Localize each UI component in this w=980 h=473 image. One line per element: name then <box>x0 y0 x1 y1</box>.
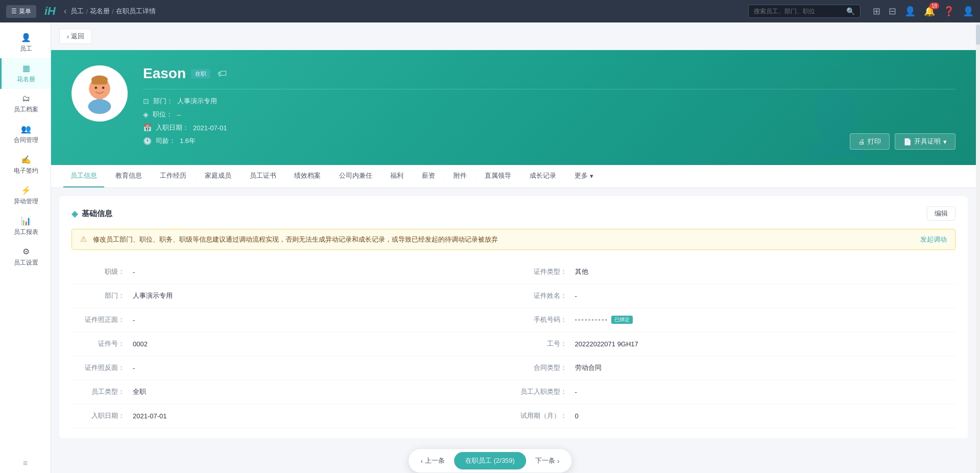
field-id-number: 证件号： 0002 <box>71 332 514 356</box>
profile-divider <box>143 89 955 89</box>
tenure-icon: 🕐 <box>143 137 152 145</box>
qrcode-button[interactable]: ⊞ <box>873 6 880 17</box>
return-button[interactable]: ‹ 返回 <box>59 29 92 44</box>
dept-icon: ⊡ <box>143 97 149 105</box>
basic-info-section: ◈ 基础信息 编辑 ⚠ 修改员工部门、职位、职务、职级等信息建议通过调动流程实现… <box>59 196 968 438</box>
field-cert-name: 证件姓名： - <box>514 284 956 308</box>
breadcrumb-roster[interactable]: 花名册 <box>90 7 110 16</box>
menu-icon: ☰ <box>11 8 17 15</box>
next-label: 下一条 <box>535 456 555 465</box>
tab-work-history[interactable]: 工作经历 <box>153 165 194 187</box>
sidebar-label-report: 员工报表 <box>14 228 38 236</box>
section-title: ◈ 基础信息 <box>71 209 112 219</box>
field-id-back-value: - <box>133 364 135 372</box>
sidebar-item-roster[interactable]: ▦ 花名册 <box>0 58 51 89</box>
search-box[interactable]: 🔍 <box>748 5 861 18</box>
issue-cert-button[interactable]: 📄 开具证明 ▾ <box>895 133 955 150</box>
sidebar-item-contract[interactable]: 👥 合同管理 <box>0 119 51 150</box>
breadcrumb-employees[interactable]: 员工 <box>70 7 84 16</box>
grid-button[interactable]: ⊟ <box>889 6 896 17</box>
sidebar-collapse-button[interactable]: ≡ <box>0 454 51 473</box>
field-dept-value: 人事演示专用 <box>133 291 173 300</box>
breadcrumb-detail[interactable]: 在职员工详情 <box>116 7 156 16</box>
field-rank: 职级： - <box>71 260 514 284</box>
roster-icon: ▦ <box>22 63 30 73</box>
tab-cert[interactable]: 员工证书 <box>243 165 283 187</box>
employee-icon: 👤 <box>21 33 31 42</box>
notice-icon: ⚠ <box>80 234 87 243</box>
sidebar-item-employee[interactable]: 👤 员工 <box>0 28 51 58</box>
tab-concurrent-label: 公司内兼任 <box>339 171 372 180</box>
tab-growth-label: 成长记录 <box>530 171 556 180</box>
sidebar-item-esign[interactable]: ✍ 电子签约 <box>0 150 51 180</box>
tab-attachment-label: 附件 <box>453 171 467 180</box>
print-button[interactable]: 🖨 打印 <box>850 133 890 150</box>
profile-button[interactable]: 👤 <box>963 6 974 17</box>
status-badge: 在职 <box>191 69 210 79</box>
field-cert-type: 证件类型： 其他 <box>514 260 956 284</box>
scrollbar-thumb[interactable] <box>976 25 980 45</box>
sidebar-item-anomaly[interactable]: ⚡ 异动管理 <box>0 180 51 211</box>
notification-button[interactable]: 🔔 18 <box>924 6 935 17</box>
scrollbar-track[interactable] <box>976 22 980 473</box>
tab-sep-6: · <box>329 173 331 180</box>
sidebar-item-report[interactable]: 📊 员工报表 <box>0 211 51 242</box>
profile-position-row: ◈ 职位： -- <box>143 110 955 119</box>
user-button[interactable]: 👤 <box>904 6 916 17</box>
joindate-icon: 📅 <box>143 124 152 132</box>
tab-more[interactable]: 更多 ▾ <box>567 165 601 187</box>
current-employee-info: 在职员工 (2/359) <box>454 452 526 469</box>
search-input[interactable] <box>754 8 843 15</box>
print-label: 打印 <box>868 137 881 146</box>
tab-sep-10: · <box>475 173 477 180</box>
tab-concurrent[interactable]: 公司内兼任 <box>332 165 379 187</box>
edit-button[interactable]: 编辑 <box>927 206 955 221</box>
anomaly-icon: ⚡ <box>21 185 31 195</box>
sidebar-label-settings: 员工设置 <box>14 258 38 267</box>
next-employee-button[interactable]: 下一条 › <box>526 452 568 469</box>
notice-link[interactable]: 发起调动 <box>920 235 947 244</box>
search-icon: 🔍 <box>846 7 855 15</box>
position-label: 职位： <box>153 110 173 119</box>
top-navigation: ☰ 菜单 iH ‹ 员工 / 花名册 / 在职员工详情 🔍 ⊞ ⊟ 👤 🔔 18… <box>0 0 980 22</box>
tenure-label: 司龄： <box>156 136 176 146</box>
tab-education[interactable]: 教育信息 <box>108 165 149 187</box>
prev-employee-button[interactable]: ‹ 上一条 <box>412 452 454 469</box>
tab-leader[interactable]: 直属领导 <box>477 165 518 187</box>
field-rank-value: - <box>133 268 135 276</box>
tab-sep-5: · <box>284 173 286 180</box>
tab-performance[interactable]: 绩效档案 <box>287 165 328 187</box>
field-contract-type-value: 劳动合同 <box>575 363 602 372</box>
tab-family[interactable]: 家庭成员 <box>198 165 238 187</box>
field-cert-name-value: - <box>575 292 577 300</box>
next-icon: › <box>557 457 559 465</box>
joindate-value: 2021-07-01 <box>193 124 227 132</box>
form-left-col: 职级： - 部门： 人事演示专用 证件照正面： - 证件号： 0002 <box>71 260 514 428</box>
sidebar-item-settings[interactable]: ⚙ 员工设置 <box>0 242 51 272</box>
sidebar-label-roster: 花名册 <box>17 75 35 84</box>
tab-attachment[interactable]: 附件 <box>446 165 474 187</box>
dept-value: 人事演示专用 <box>177 97 217 106</box>
sidebar-item-archive[interactable]: 🗂 员工档案 <box>0 89 51 119</box>
tab-basic-info[interactable]: 员工信息 <box>63 165 104 187</box>
field-join-date-label: 入职日期： <box>71 411 133 420</box>
menu-button[interactable]: ☰ 菜单 <box>6 5 36 18</box>
help-button[interactable]: ❓ <box>943 6 954 17</box>
notice-bar: ⚠ 修改员工部门、职位、职务、职级等信息建议通过调动流程实现，否则无法生成异动记… <box>71 229 955 250</box>
field-probation-label: 试用期（月）： <box>514 411 575 420</box>
more-dropdown-icon: ▾ <box>590 172 593 180</box>
tab-welfare[interactable]: 福利 <box>383 165 411 187</box>
svg-point-6 <box>88 99 111 114</box>
bottom-navigation: ‹ 上一条 在职员工 (2/359) 下一条 › <box>408 448 572 473</box>
back-arrow-icon[interactable]: ‹ <box>64 7 66 16</box>
profile-tenure-row: 🕐 司龄： 1.6年 <box>143 136 955 146</box>
sidebar: 👤 员工 ▦ 花名册 🗂 员工档案 👥 合同管理 ✍ 电子签约 ⚡ 异动管理 📊… <box>0 22 51 473</box>
tab-cert-label: 员工证书 <box>250 171 276 180</box>
tab-more-label: 更多 <box>575 171 588 180</box>
app-logo: iH <box>44 5 56 18</box>
notice-content: ⚠ 修改员工部门、职位、职务、职级等信息建议通过调动流程实现，否则无法生成异动记… <box>80 234 498 244</box>
tab-salary[interactable]: 薪资 <box>415 165 442 187</box>
tab-sep-11: · <box>519 173 521 180</box>
tab-growth[interactable]: 成长记录 <box>522 165 563 187</box>
tab-sep-2: · <box>150 173 152 180</box>
